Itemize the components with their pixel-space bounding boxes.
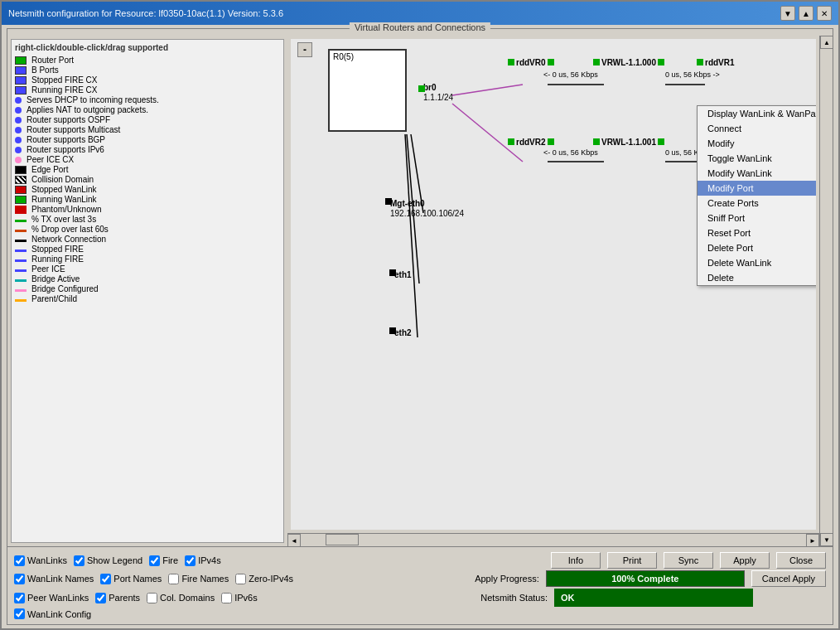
ipv6s-check[interactable]: [221, 593, 232, 603]
ctx-modify[interactable]: Modify: [698, 136, 816, 151]
checkbox-ipv4s[interactable]: IPv4s: [185, 555, 221, 566]
port-vrwl1-left: [593, 59, 600, 65]
wanlinks-check[interactable]: [14, 555, 25, 566]
checkbox-ipv6s[interactable]: IPv6s: [221, 593, 258, 603]
checkbox-wanlinkconfig[interactable]: WanLink Config: [14, 608, 91, 619]
legend-label: Running FIRE: [31, 254, 84, 264]
checkbox-coldomains[interactable]: Col. Domains: [147, 593, 215, 603]
title-bar-buttons: ▼ ▲ ✕: [780, 6, 832, 21]
ctx-connect[interactable]: Connect: [698, 121, 816, 136]
legend-label: Bridge Configured: [31, 284, 99, 293]
checkbox-zeroipv4s[interactable]: Zero-IPv4s: [235, 574, 293, 584]
checkbox-wanlinknames[interactable]: WanLink Names: [14, 574, 94, 584]
status-bar: Netsmith Status: OK: [480, 589, 826, 607]
checkbox-showlegend[interactable]: Show Legend: [74, 555, 142, 566]
ctx-delete[interactable]: Delete: [698, 270, 816, 285]
cancel-apply-button[interactable]: Cancel Apply: [751, 570, 826, 587]
node-rddvr2[interactable]: rddVR2: [516, 137, 546, 147]
firenames-check[interactable]: [168, 574, 179, 584]
node-vrwl-1[interactable]: VRWL-1.1.000: [601, 57, 656, 67]
wanlinkconfig-check[interactable]: [14, 608, 25, 619]
checkbox-fire[interactable]: Fire: [149, 555, 178, 566]
node-rddvr1[interactable]: rddVR1: [705, 57, 735, 67]
legend-panel: right-click/double-click/drag supported …: [11, 39, 284, 543]
port-vrwl1-right: [658, 59, 664, 65]
edge-port-color: [15, 166, 27, 174]
apply-button[interactable]: Apply: [720, 552, 770, 569]
scroll-h-thumb[interactable]: [326, 534, 359, 545]
legend-label: Peer ICE: [31, 264, 65, 274]
legend-label: Stopped WanLink: [31, 185, 97, 194]
stopped-fire-cx-color: [15, 76, 27, 85]
parents-check[interactable]: [95, 593, 106, 603]
fire-check[interactable]: [149, 555, 160, 566]
checkbox-wanlinks[interactable]: WanLinks: [14, 555, 67, 566]
peerwanlinks-check[interactable]: [14, 593, 25, 603]
list-item: Edge Port: [15, 165, 280, 174]
scroll-v-track[interactable]: [820, 49, 833, 533]
checkbox-firenames[interactable]: Fire Names: [168, 574, 229, 584]
router-r0-label: R0(5): [330, 51, 405, 63]
network-canvas[interactable]: R0(5) br0 1.1.1/24 rddVR0: [291, 39, 816, 530]
link-label-3: <- 0 us, 56 Kbps: [543, 148, 598, 157]
ctx-toggle-wanlink[interactable]: Toggle WanLink: [698, 151, 816, 166]
title-bar: Netsmith configuration for Resource: lf0…: [2, 2, 838, 25]
node-br0[interactable]: br0 1.1.1/24: [423, 82, 453, 102]
wanlinknames-check[interactable]: [14, 574, 25, 584]
list-item: Running FIRE CX: [15, 85, 280, 94]
router-r0[interactable]: R0(5): [328, 49, 407, 132]
bridge-active-dash: [15, 279, 27, 282]
tx-dash: [15, 220, 27, 222]
node-rddvr0[interactable]: rddVR0: [516, 57, 546, 67]
showlegend-check[interactable]: [74, 555, 84, 566]
list-item: % TX over last 3s: [15, 215, 280, 224]
scroll-down-button[interactable]: ▼: [820, 533, 833, 546]
close-button-toolbar[interactable]: Close: [776, 552, 826, 569]
maximize-button[interactable]: ▲: [799, 6, 813, 21]
bgp-dot: [15, 137, 22, 143]
list-item: % Drop over last 60s: [15, 225, 280, 234]
zeroipv4s-check[interactable]: [235, 574, 246, 584]
ctx-modify-port[interactable]: Modify Port: [698, 181, 816, 196]
list-item: Router supports IPv6: [15, 145, 280, 154]
node-mgt-eth0[interactable]: Mgt-eth0 192.168.100.106/24: [390, 198, 464, 218]
toolbar-row-3: Peer WanLinks Parents Col. Domains IPv6s…: [14, 589, 826, 607]
checkbox-peerwanlinks[interactable]: Peer WanLinks: [14, 593, 89, 603]
ctx-display-wanlink[interactable]: Display WanLink & WanPaths: [698, 106, 816, 121]
toolbar-row-4: WanLink Config: [14, 608, 826, 619]
list-item: Router Port: [15, 56, 280, 65]
ctx-create-ports[interactable]: Create Ports: [698, 196, 816, 211]
ctx-delete-wanlink[interactable]: Delete WanLink: [698, 255, 816, 270]
netsmith-status-label: Netsmith Status:: [480, 593, 548, 603]
ctx-modify-wanlink[interactable]: Modify WanLink: [698, 166, 816, 181]
scrollbar-horizontal[interactable]: ◄ ►: [287, 533, 819, 546]
ctx-sniff-port[interactable]: Sniff Port: [698, 211, 816, 225]
list-item: Running FIRE: [15, 254, 280, 264]
bottom-toolbar: WanLinks Show Legend Fire IPv4s Info Pri…: [7, 546, 833, 624]
scroll-left-button[interactable]: ◄: [287, 534, 301, 546]
node-eth2[interactable]: eth2: [394, 327, 412, 337]
node-eth1[interactable]: eth1: [394, 269, 412, 279]
portnames-check[interactable]: [100, 574, 111, 584]
legend-label: Stopped FIRE: [31, 245, 84, 254]
list-item: Phantom/Unknown: [15, 205, 280, 214]
ctx-reset-port[interactable]: Reset Port: [698, 225, 816, 240]
checkbox-portnames[interactable]: Port Names: [100, 574, 162, 584]
scroll-h-track[interactable]: [301, 534, 806, 546]
coldomains-check[interactable]: [147, 593, 157, 603]
toolbar-row-2: WanLink Names Port Names Fire Names Zero…: [14, 570, 826, 587]
checkbox-parents[interactable]: Parents: [95, 593, 140, 603]
scroll-up-button[interactable]: ▲: [820, 36, 833, 49]
print-button[interactable]: Print: [607, 552, 657, 569]
info-button[interactable]: Info: [551, 552, 601, 569]
node-vrwl-2[interactable]: VRWL-1.1.001: [601, 137, 656, 147]
ipv4s-check[interactable]: [185, 555, 196, 566]
scroll-right-button[interactable]: ►: [806, 534, 819, 546]
zoom-out-button[interactable]: -: [297, 42, 312, 57]
legend-label: % Drop over last 60s: [31, 225, 109, 234]
ctx-delete-port[interactable]: Delete Port: [698, 240, 816, 255]
sync-button[interactable]: Sync: [664, 552, 713, 569]
close-button[interactable]: ✕: [817, 6, 832, 21]
minimize-button[interactable]: ▼: [780, 6, 795, 21]
scrollbar-vertical[interactable]: ▲ ▼: [819, 36, 833, 546]
